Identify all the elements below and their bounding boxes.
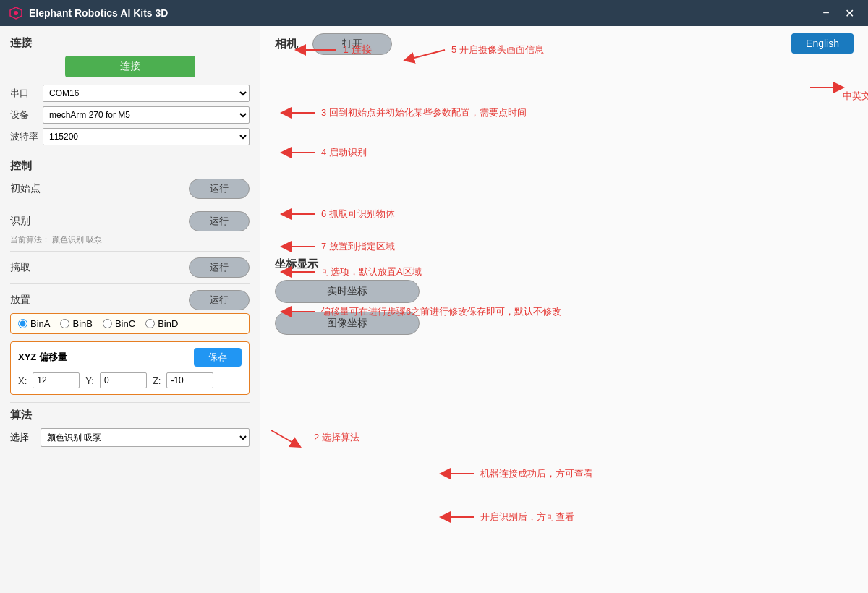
algorithm-hint: 当前算法： 颜色识别 吸泵 bbox=[10, 234, 250, 245]
annotation-10: 机器连接成功后，方可查看 bbox=[441, 466, 593, 481]
x-input[interactable] bbox=[33, 372, 80, 388]
control-header: 控制 bbox=[10, 159, 250, 173]
algo-select-label: 选择 bbox=[10, 431, 33, 444]
camera-label: 相机 bbox=[275, 37, 298, 52]
device-label: 设备 bbox=[10, 108, 43, 121]
algorithm-header: 算法 bbox=[10, 409, 250, 422]
baudrate-select[interactable]: 115200 9600 38400 57600 bbox=[43, 128, 250, 145]
place-row: 放置 运行 bbox=[10, 290, 250, 310]
connect-header: 连接 bbox=[10, 36, 250, 50]
open-camera-button[interactable]: 打开 bbox=[312, 33, 392, 55]
grab-label: 搞取 bbox=[10, 261, 30, 274]
bin-a-option[interactable]: BinA bbox=[18, 318, 50, 329]
svg-line-13 bbox=[271, 430, 297, 445]
ann11-text: 开启识别后，方可查看 bbox=[480, 511, 574, 524]
svg-point-1 bbox=[14, 11, 18, 15]
z-label: Z: bbox=[153, 375, 161, 386]
bin-b-label: BinB bbox=[72, 318, 92, 329]
x-label: X: bbox=[18, 375, 27, 386]
y-label: Y: bbox=[85, 375, 94, 386]
y-input[interactable] bbox=[100, 372, 147, 388]
port-row: 串口 COM16 COM1 COM2 COM3 bbox=[10, 85, 250, 102]
left-panel: 连接 连接 串口 COM16 COM1 COM2 COM3 设备 mechArm… bbox=[0, 26, 260, 593]
bin-b-option[interactable]: BinB bbox=[60, 318, 92, 329]
camera-section: 相机 打开 bbox=[275, 33, 854, 55]
grab-row: 搞取 运行 bbox=[10, 257, 250, 278]
bin-c-option[interactable]: BinC bbox=[103, 318, 135, 329]
xyz-title: XYZ 偏移量 bbox=[18, 351, 67, 364]
bin-a-label: BinA bbox=[30, 318, 50, 329]
init-run-button[interactable]: 运行 bbox=[189, 179, 250, 199]
title-bar: Elephant Robotics AI Kits 3D − ✕ bbox=[0, 0, 868, 26]
connect-button[interactable]: 连接 bbox=[65, 56, 195, 77]
app-title: Elephant Robotics AI Kits 3D bbox=[29, 7, 168, 19]
bin-c-radio[interactable] bbox=[103, 319, 112, 328]
init-point-label: 初始点 bbox=[10, 182, 41, 195]
ann10-text: 机器连接成功后，方可查看 bbox=[480, 467, 593, 480]
place-label: 放置 bbox=[10, 294, 30, 307]
recognize-row: 识别 运行 bbox=[10, 211, 250, 231]
recognize-label: 识别 bbox=[10, 215, 30, 228]
z-input[interactable] bbox=[166, 372, 213, 388]
bin-b-radio[interactable] bbox=[60, 319, 69, 328]
ann2-text: 2 选择算法 bbox=[314, 431, 359, 444]
recognize-run-button[interactable]: 运行 bbox=[189, 211, 250, 231]
algorithm-section: 算法 选择 颜色识别 吸泵 形状识别 夹爪 YOLO识别 bbox=[10, 409, 250, 447]
image-coord-button[interactable]: 图像坐标 bbox=[275, 312, 420, 335]
ann3-text: 3 回到初始点并初始化某些参数配置，需要点时间 bbox=[321, 106, 527, 119]
close-button[interactable]: ✕ bbox=[839, 4, 859, 22]
annotation-4: 4 启动识别 bbox=[282, 145, 367, 160]
annotation-6: 6 抓取可识别物体 bbox=[282, 207, 395, 221]
connect-section: 连接 连接 串口 COM16 COM1 COM2 COM3 设备 mechArm… bbox=[10, 36, 250, 145]
place-run-button[interactable]: 运行 bbox=[189, 290, 250, 310]
realtime-coord-button[interactable]: 实时坐标 bbox=[275, 280, 420, 303]
minimize-button[interactable]: − bbox=[816, 4, 836, 22]
grab-run-button[interactable]: 运行 bbox=[189, 257, 250, 278]
coord-label: 坐标显示 bbox=[275, 257, 854, 271]
baudrate-row: 波特率 115200 9600 38400 57600 bbox=[10, 128, 250, 145]
app-logo bbox=[9, 6, 23, 20]
ann4-text: 4 启动识别 bbox=[321, 146, 367, 159]
coord-section: 坐标显示 实时坐标 图像坐标 bbox=[275, 257, 854, 335]
annotation-7: 7 放置到指定区域 bbox=[282, 239, 395, 254]
control-section: 控制 初始点 运行 识别 运行 当前算法： 颜色识别 吸泵 搞取 运行 bbox=[10, 159, 250, 334]
right-panel: 相机 打开 English 坐标显示 实时坐标 图像坐标 1 连接 5 开 bbox=[260, 26, 868, 593]
port-select[interactable]: COM16 COM1 COM2 COM3 bbox=[43, 85, 250, 102]
bin-c-label: BinC bbox=[115, 318, 135, 329]
port-label: 串口 bbox=[10, 87, 43, 100]
annotation-2: 2 选择算法 bbox=[268, 427, 359, 448]
algorithm-select[interactable]: 颜色识别 吸泵 形状识别 夹爪 YOLO识别 bbox=[41, 428, 250, 447]
bin-group: BinA BinB BinC BinD bbox=[10, 313, 250, 334]
init-point-row: 初始点 运行 bbox=[10, 179, 250, 199]
annotation-11: 开启识别后，方可查看 bbox=[441, 510, 574, 524]
annotation-lang: 中英文切换 bbox=[803, 84, 861, 115]
bin-d-label: BinD bbox=[158, 318, 178, 329]
baudrate-label: 波特率 bbox=[10, 130, 43, 143]
device-row: 设备 mechArm 270 for M5 myArm 300 myCobot … bbox=[10, 106, 250, 124]
english-button[interactable]: English bbox=[791, 33, 854, 54]
device-select[interactable]: mechArm 270 for M5 myArm 300 myCobot 280 bbox=[43, 106, 250, 124]
xyz-offset-box: XYZ 偏移量 保存 X: Y: Z: bbox=[10, 341, 250, 395]
ann7-text: 7 放置到指定区域 bbox=[321, 240, 395, 253]
bin-a-radio[interactable] bbox=[18, 319, 27, 328]
ann6-text: 6 抓取可识别物体 bbox=[321, 208, 395, 221]
bin-d-radio[interactable] bbox=[145, 319, 155, 328]
bin-d-option[interactable]: BinD bbox=[145, 318, 178, 329]
save-button[interactable]: 保存 bbox=[194, 348, 242, 367]
annotation-3: 3 回到初始点并初始化某些参数配置，需要点时间 bbox=[282, 106, 527, 120]
ann-lang-text: 中英文切换 bbox=[843, 90, 868, 103]
